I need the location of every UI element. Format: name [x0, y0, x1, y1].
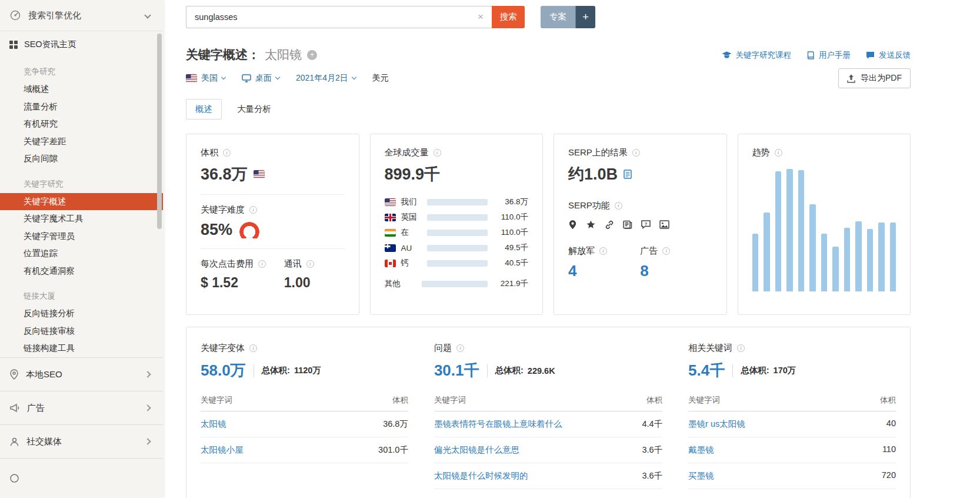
sidebar-item-organic-traffic-insights[interactable]: 有机交通洞察: [0, 263, 163, 280]
questions-table: 关键字词 体积 墨镜表情符号在眼镜上意味着什么 4.4千 偏光太阳镜是什么意思 …: [434, 390, 662, 489]
sidebar-item-link-building-tool[interactable]: 链接构建工具: [0, 340, 163, 357]
help-links: 关键字研究课程 用户手册 发送反馈: [722, 50, 911, 61]
people-also-ask-icon[interactable]: ?: [641, 220, 651, 229]
local-pack-icon[interactable]: [568, 220, 577, 230]
related-title: 相关关键词: [688, 343, 732, 354]
country-volume-row: AU 49.5千: [385, 240, 529, 255]
trend-card: 趋势 i: [738, 134, 911, 315]
clear-search-icon[interactable]: ×: [474, 12, 487, 22]
info-icon[interactable]: i: [249, 206, 257, 214]
sidebar-item-advertising[interactable]: 广告: [0, 391, 163, 424]
keyword-difficulty-value: 85%: [201, 221, 232, 239]
serp-document-icon: [624, 170, 632, 179]
sidebar-item-social-media[interactable]: 社交媒体: [0, 424, 163, 458]
sidebar-scrollbar[interactable]: [157, 34, 162, 229]
page-title: 关键字概述：: [186, 47, 260, 63]
sitelinks-icon[interactable]: [605, 220, 614, 230]
trend-bar: [878, 223, 885, 291]
info-icon[interactable]: i: [249, 344, 257, 352]
keyword-search-box: ×: [186, 6, 492, 28]
sidebar-item-partial[interactable]: [0, 458, 163, 498]
search-button[interactable]: 搜索: [492, 6, 525, 28]
tab-overview[interactable]: 概述: [186, 99, 222, 119]
link-label: 关键字研究课程: [736, 50, 792, 61]
column-header-volume: 体积: [851, 390, 896, 411]
image-pack-icon[interactable]: [659, 220, 669, 229]
sidebar-item-backlink-analytics[interactable]: 反向链接分析: [0, 305, 163, 323]
send-feedback-link[interactable]: 发送反馈: [866, 50, 911, 61]
add-keyword-icon[interactable]: +: [307, 50, 317, 60]
sidebar-item-seo-dashboard[interactable]: SEO资讯主页: [0, 31, 163, 55]
megaphone-icon: [9, 403, 20, 413]
keyword-link[interactable]: 偏光太阳镜是什么意思: [434, 437, 631, 463]
search-input[interactable]: [195, 12, 474, 22]
info-icon[interactable]: i: [737, 344, 745, 352]
table-row: 墨镜r us太阳镜 40: [688, 411, 896, 437]
date-filter[interactable]: 2021年4月2日: [296, 73, 356, 84]
keyword-link[interactable]: 戴墨镜: [688, 437, 851, 463]
device-filter-label: 桌面: [255, 73, 272, 84]
serp-features-label: SERP功能: [568, 200, 610, 211]
sidebar-item-local-seo[interactable]: 本地SEO: [0, 357, 163, 391]
reviews-star-icon[interactable]: [586, 220, 596, 230]
info-icon[interactable]: i: [599, 247, 607, 255]
projects-button[interactable]: 专案: [541, 6, 575, 28]
keyword-link[interactable]: 墨镜r us太阳镜: [688, 411, 851, 437]
country-label: 其他: [385, 278, 422, 289]
sidebar-item-backlink-gap[interactable]: 反向间隙: [0, 150, 163, 168]
total-volume-label: 总体积:: [741, 365, 769, 376]
keyword-link[interactable]: 太阳镜是什么时候发明的: [434, 463, 631, 489]
india-flag-icon: [385, 229, 396, 237]
difficulty-gauge-icon: [239, 222, 259, 238]
sidebar-item-traffic-analytics[interactable]: 流量分析: [0, 98, 163, 116]
tab-bulk-analysis[interactable]: 大量分析: [228, 99, 280, 119]
country-filter-label: 美国: [201, 73, 218, 84]
export-pdf-button[interactable]: 导出为PDF: [838, 68, 911, 88]
trend-label: 趋势: [752, 147, 770, 158]
info-icon[interactable]: i: [775, 149, 782, 157]
sidebar-item-backlink-audit[interactable]: 反向链接审核: [0, 323, 163, 340]
serp-features-icons: ?: [568, 220, 712, 230]
info-icon[interactable]: i: [434, 149, 441, 157]
add-project-button[interactable]: +: [575, 6, 595, 28]
user-manual-link[interactable]: 用户手册: [806, 50, 851, 61]
sidebar-item-keyword-overview[interactable]: 关键字概述: [0, 193, 163, 211]
country-filter[interactable]: 美国: [186, 73, 225, 84]
device-filter[interactable]: 桌面: [242, 73, 279, 84]
keyword-course-link[interactable]: 关键字研究课程: [722, 50, 792, 61]
sidebar-item-keyword-manager[interactable]: 关键字管理员: [0, 228, 163, 245]
serp-results-label: SERP上的结果: [568, 147, 628, 158]
sidebar-item-position-tracking[interactable]: 位置追踪: [0, 245, 163, 263]
info-icon[interactable]: i: [223, 149, 231, 157]
sidebar-toolkit-switcher[interactable]: 搜索引擎优化: [0, 0, 163, 31]
canada-flag-icon: [385, 260, 396, 267]
column-header-volume: 体积: [631, 390, 662, 411]
info-icon[interactable]: i: [615, 202, 622, 210]
keyword-link[interactable]: 买墨镜: [688, 463, 851, 489]
volume-cell: 36.8万: [378, 411, 408, 437]
variations-title: 关键字变体: [201, 343, 245, 354]
info-icon[interactable]: i: [258, 260, 266, 268]
info-icon[interactable]: i: [632, 149, 640, 157]
keyword-link[interactable]: 墨镜表情符号在眼镜上意味着什么: [434, 411, 631, 437]
sidebar-item-keyword-magic-tool[interactable]: 关键字魔术工具: [0, 210, 163, 228]
info-icon[interactable]: i: [456, 344, 464, 352]
page-keyword: 太阳镜: [265, 47, 302, 63]
global-volume-value: 899.9千: [385, 164, 441, 185]
global-volume-label: 全球成交量: [385, 147, 429, 158]
project-controls: 专案 +: [541, 6, 595, 28]
sidebar-item-domain-overview[interactable]: 域概述: [0, 81, 163, 98]
sidebar-item-organic-research[interactable]: 有机研究: [0, 115, 163, 133]
variations-count: 58.0万: [201, 360, 246, 381]
info-icon[interactable]: i: [306, 260, 314, 268]
location-pin-icon: [9, 369, 19, 380]
country-label: AU: [401, 244, 427, 253]
keyword-link[interactable]: 太阳镜: [201, 411, 378, 437]
keyword-link[interactable]: 太阳镜小屋: [201, 437, 378, 463]
country-label: 在: [401, 227, 427, 238]
sidebar-item-keyword-gap[interactable]: 关键字差距: [0, 133, 163, 151]
top-stories-icon[interactable]: [623, 220, 632, 229]
sidebar-item-label: SEO资讯主页: [24, 39, 76, 50]
trend-bar: [752, 234, 759, 291]
info-icon[interactable]: i: [662, 247, 670, 255]
